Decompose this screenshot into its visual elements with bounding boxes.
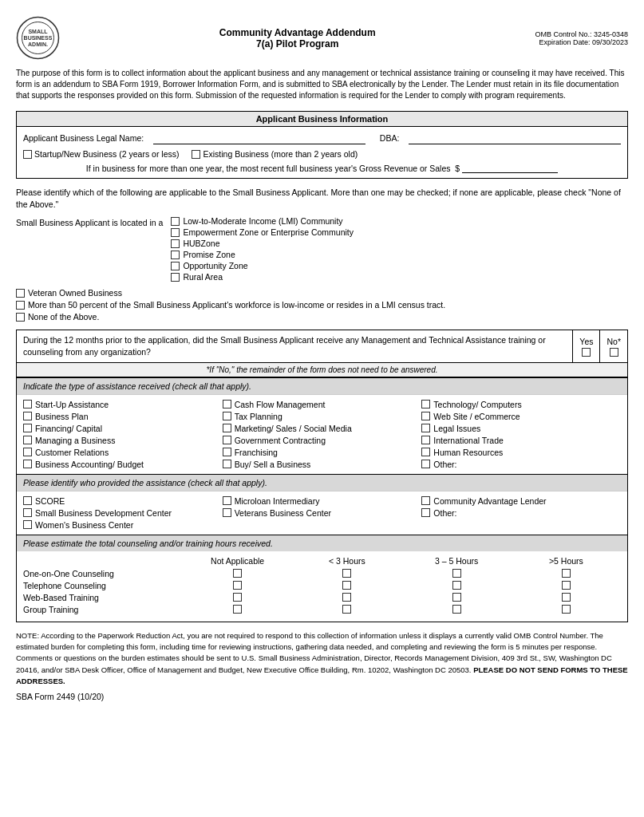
womens-center-cb[interactable] (23, 520, 32, 529)
revenue-input[interactable] (462, 162, 558, 173)
veteran-owned-item[interactable]: Veteran Owned Business (16, 288, 628, 298)
location-option-1[interactable]: Empowerment Zone or Enterprise Community (171, 227, 354, 237)
management-question-box: During the 12 months prior to the applic… (16, 330, 628, 622)
location-option-0[interactable]: Low-to-Moderate Income (LMI) Community (171, 216, 354, 226)
web-training-35-cb[interactable] (452, 593, 461, 602)
technology-item[interactable]: Technology/ Computers (421, 400, 621, 409)
sbdc-cb[interactable] (23, 508, 32, 517)
legal-issues-cb[interactable] (421, 424, 430, 432)
opportunity-zone-checkbox[interactable] (171, 262, 180, 270)
website-item[interactable]: Web Site / eCommerce (421, 412, 621, 421)
business-plan-item[interactable]: Business Plan (23, 412, 223, 421)
group-training-na-cb[interactable] (233, 605, 242, 614)
low-income-workforce-item[interactable]: More than 50 percent of the Small Busine… (16, 300, 628, 310)
yes-checkbox[interactable] (582, 348, 591, 357)
low-income-workforce-checkbox[interactable] (16, 301, 25, 310)
score-item[interactable]: SCORE (23, 496, 223, 506)
other-assist-cb[interactable] (421, 460, 430, 468)
location-option-3[interactable]: Promise Zone (171, 250, 354, 259)
location-option-4[interactable]: Opportunity Zone (171, 261, 354, 270)
other-assist-item[interactable]: Other: (421, 460, 621, 469)
none-above-item[interactable]: None of the Above. (16, 312, 628, 322)
rural-area-checkbox[interactable] (171, 273, 180, 282)
group-training-35-cb[interactable] (452, 605, 461, 614)
human-resources-cb[interactable] (421, 448, 430, 456)
existing-checkbox[interactable] (192, 150, 200, 159)
score-cb[interactable] (23, 496, 32, 505)
marketing-cb[interactable] (223, 424, 231, 432)
business-accounting-item[interactable]: Business Accounting/ Budget (23, 460, 223, 469)
one-on-one-gt5-cb[interactable] (562, 569, 571, 578)
existing-checkbox-item[interactable]: Existing Business (more than 2 years old… (192, 149, 358, 159)
franchising-item[interactable]: Franchising (223, 448, 422, 457)
empowerment-checkbox[interactable] (171, 228, 180, 237)
web-training-na-cb[interactable] (233, 593, 242, 602)
sbdc-item[interactable]: Small Business Development Center (23, 508, 223, 518)
legal-issues-item[interactable]: Legal Issues (421, 424, 621, 433)
customer-relations-cb[interactable] (23, 448, 32, 456)
veterans-center-cb[interactable] (223, 508, 231, 517)
location-option-2[interactable]: HUBZone (171, 239, 354, 248)
startup-checkbox-item[interactable]: Startup/New Business (2 years or less) (23, 149, 179, 159)
legal-name-input[interactable] (153, 132, 365, 144)
telephone-gt5-cb[interactable] (562, 581, 571, 590)
no-checkbox[interactable] (610, 348, 618, 357)
location-option-5[interactable]: Rural Area (171, 272, 354, 282)
promise-zone-checkbox[interactable] (171, 251, 180, 259)
yes-cell: Yes (573, 330, 600, 361)
business-accounting-cb[interactable] (23, 460, 32, 468)
microloan-item[interactable]: Microloan Intermediary (223, 496, 422, 506)
startup-checkbox[interactable] (23, 150, 32, 159)
one-on-one-na-cb[interactable] (233, 569, 242, 578)
lmi-checkbox[interactable] (171, 217, 180, 226)
telephone-na-cb[interactable] (233, 581, 242, 590)
tax-planning-cb[interactable] (223, 412, 231, 420)
managing-business-item[interactable]: Managing a Business (23, 436, 223, 445)
marketing-item[interactable]: Marketing/ Sales / Social Media (223, 424, 422, 433)
buy-sell-item[interactable]: Buy/ Sell a Business (223, 460, 422, 469)
franchising-cb[interactable] (223, 448, 231, 456)
telephone-35-cb[interactable] (452, 581, 461, 590)
ca-lender-item[interactable]: Community Advantage Lender (421, 496, 621, 506)
one-on-one-35-cb[interactable] (452, 569, 461, 578)
form-id: SBA Form 2449 (10/20) (16, 692, 104, 701)
telephone-lt3-cb[interactable] (342, 581, 351, 590)
group-training-gt5-cb[interactable] (562, 605, 571, 614)
hubzone-checkbox[interactable] (171, 239, 180, 248)
ca-lender-cb[interactable] (421, 496, 430, 505)
dba-input[interactable] (409, 132, 621, 144)
technology-cb[interactable] (421, 400, 430, 408)
womens-center-item[interactable]: Women's Business Center (23, 520, 223, 530)
veteran-owned-checkbox[interactable] (16, 289, 25, 298)
startup-assist-cb[interactable] (23, 400, 32, 408)
group-training-lt3-cb[interactable] (342, 605, 351, 614)
financing-capital-item[interactable]: Financing/ Capital (23, 424, 223, 433)
intl-trade-cb[interactable] (421, 436, 430, 444)
govt-contracting-item[interactable]: Government Contracting (223, 436, 422, 445)
cash-flow-item[interactable]: Cash Flow Management (223, 400, 422, 409)
buy-sell-cb[interactable] (223, 460, 231, 468)
other-provider-cb[interactable] (421, 508, 430, 517)
startup-assist-item[interactable]: Start-Up Assistance (23, 400, 223, 409)
none-above-checkbox[interactable] (16, 313, 25, 322)
web-training-lt3-cb[interactable] (342, 593, 351, 602)
veterans-center-item[interactable]: Veterans Business Center (223, 508, 422, 518)
business-plan-cb[interactable] (23, 412, 32, 420)
assistance-col3: Technology/ Computers Web Site / eCommer… (421, 400, 621, 469)
web-training-gt5-cb[interactable] (562, 593, 571, 602)
microloan-cb[interactable] (223, 496, 231, 505)
other-provider-item[interactable]: Other: (421, 508, 621, 518)
human-resources-item[interactable]: Human Resources (421, 448, 621, 457)
hours-row-2: Web-Based Training (23, 593, 621, 602)
cash-flow-cb[interactable] (223, 400, 231, 408)
provider-section: Please identify who provided the assista… (17, 474, 627, 535)
intl-trade-item[interactable]: International Trade (421, 436, 621, 445)
govt-contracting-cb[interactable] (223, 436, 231, 444)
customer-relations-item[interactable]: Customer Relations (23, 448, 223, 457)
financing-capital-cb[interactable] (23, 424, 32, 432)
tax-planning-item[interactable]: Tax Planning (223, 412, 422, 421)
managing-business-cb[interactable] (23, 436, 32, 444)
website-cb[interactable] (421, 412, 430, 420)
not-applicable-header: Not Applicable (183, 556, 292, 566)
one-on-one-lt3-cb[interactable] (342, 569, 351, 578)
